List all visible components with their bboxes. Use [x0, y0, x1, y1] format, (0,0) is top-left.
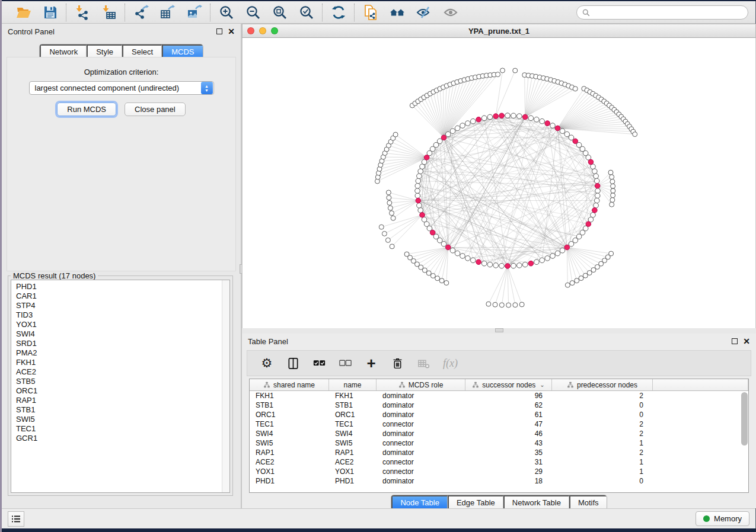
network-node[interactable] [545, 256, 550, 261]
network-node[interactable] [404, 252, 409, 257]
select-all-icon[interactable] [312, 356, 326, 370]
network-node[interactable] [426, 271, 431, 275]
table-scrollbar-thumb[interactable] [741, 392, 748, 446]
network-node[interactable] [387, 200, 392, 205]
mcds-list-scrollbar[interactable] [222, 280, 229, 492]
network-canvas[interactable] [242, 38, 756, 328]
hide-selected-icon[interactable] [416, 4, 432, 20]
network-node[interactable] [445, 245, 451, 250]
network-node[interactable] [450, 248, 455, 253]
import-table-icon[interactable] [101, 4, 117, 20]
table-row[interactable]: FKH1FKH1dominator962 [250, 391, 748, 400]
network-node[interactable] [611, 188, 615, 193]
network-node[interactable] [496, 72, 500, 77]
close-panel-button[interactable]: Close panel [125, 102, 186, 116]
network-node[interactable] [583, 273, 588, 278]
network-node[interactable] [390, 211, 394, 216]
export-table-icon[interactable] [160, 4, 176, 20]
network-node[interactable] [505, 113, 511, 118]
criterion-dropdown[interactable]: largest connected component (undirected)… [29, 81, 214, 95]
network-node[interactable] [517, 114, 522, 119]
network-node[interactable] [595, 188, 601, 194]
network-node[interactable] [441, 135, 446, 140]
network-node[interactable] [417, 203, 422, 208]
mcds-result-item[interactable]: SWI5 [16, 415, 229, 424]
network-node[interactable] [519, 302, 524, 307]
network-node[interactable] [424, 155, 429, 161]
mcds-result-item[interactable]: SWI4 [16, 329, 229, 339]
mcds-result-item[interactable]: GCR1 [16, 434, 229, 443]
network-node[interactable] [416, 198, 421, 203]
network-node[interactable] [570, 281, 575, 286]
mcds-result-item[interactable]: TID3 [16, 310, 229, 320]
network-node[interactable] [471, 118, 476, 124]
table-row[interactable]: TEC1TEC1connector472 [250, 419, 748, 429]
float-table-panel-icon[interactable] [732, 338, 738, 344]
network-node[interactable] [465, 121, 470, 126]
network-node[interactable] [430, 273, 435, 278]
export-network-icon[interactable] [133, 4, 149, 20]
deselect-all-icon[interactable] [339, 356, 352, 370]
network-node[interactable] [382, 231, 387, 236]
column-header-name[interactable]: name [329, 379, 377, 390]
network-node[interactable] [633, 132, 637, 137]
network-node[interactable] [513, 303, 518, 307]
import-network-icon[interactable] [74, 4, 90, 20]
open-file-icon[interactable] [15, 4, 31, 20]
mcds-result-item[interactable]: ACE2 [16, 367, 229, 377]
mcds-result-item[interactable]: ORC1 [16, 386, 229, 396]
memory-button[interactable]: Memory [696, 511, 749, 526]
network-node[interactable] [522, 114, 528, 120]
network-node[interactable] [476, 117, 481, 122]
network-node[interactable] [540, 118, 545, 124]
network-node[interactable] [564, 132, 570, 137]
column-header-predecessor-nodes[interactable]: predecessor nodes [552, 379, 653, 390]
network-node[interactable] [487, 262, 493, 267]
network-node[interactable] [415, 193, 420, 198]
network-node[interactable] [579, 276, 583, 281]
mcds-result-item[interactable]: YOX1 [16, 320, 229, 329]
refresh-icon[interactable] [330, 4, 346, 20]
network-node[interactable] [595, 193, 600, 198]
network-node[interactable] [588, 159, 594, 165]
horizontal-splitter-handle[interactable] [495, 328, 503, 332]
network-node[interactable] [610, 175, 614, 180]
column-header-MCDS-role[interactable]: MCDS role [377, 379, 465, 390]
network-node[interactable] [560, 129, 565, 134]
network-node[interactable] [587, 271, 592, 275]
mcds-result-item[interactable]: RAP1 [16, 396, 229, 405]
table-row[interactable]: SWI4SWI4dominator462 [250, 429, 748, 438]
network-node[interactable] [420, 213, 425, 218]
search-box[interactable] [576, 5, 748, 20]
network-node[interactable] [550, 254, 556, 259]
zoom-fit-icon[interactable] [272, 4, 288, 20]
network-node[interactable] [415, 188, 420, 194]
network-node[interactable] [481, 116, 487, 121]
network-node[interactable] [437, 139, 442, 144]
network-node[interactable] [592, 208, 598, 213]
network-node[interactable] [565, 283, 570, 287]
network-node[interactable] [608, 170, 613, 175]
network-node[interactable] [517, 263, 522, 268]
network-node[interactable] [499, 263, 505, 268]
network-node[interactable] [455, 251, 460, 256]
network-node[interactable] [550, 123, 556, 129]
network-node[interactable] [511, 263, 516, 268]
table-row[interactable]: YOX1YOX1connector291 [250, 467, 748, 476]
network-node[interactable] [610, 202, 614, 207]
home-networks-icon[interactable] [389, 4, 405, 20]
network-node[interactable] [560, 248, 565, 253]
network-node[interactable] [610, 198, 615, 203]
zoom-in-icon[interactable] [218, 4, 234, 20]
add-row-icon[interactable]: + [365, 356, 378, 370]
network-node[interactable] [439, 278, 444, 283]
network-node[interactable] [528, 116, 534, 121]
network-node[interactable] [500, 68, 505, 73]
network-node[interactable] [391, 216, 395, 220]
zoom-selected-icon[interactable] [298, 4, 314, 20]
network-node[interactable] [388, 206, 393, 210]
network-node[interactable] [534, 117, 540, 122]
table-row[interactable]: PHD1PHD1dominator180 [250, 476, 748, 486]
network-node[interactable] [592, 169, 598, 174]
network-graph[interactable] [243, 38, 755, 328]
